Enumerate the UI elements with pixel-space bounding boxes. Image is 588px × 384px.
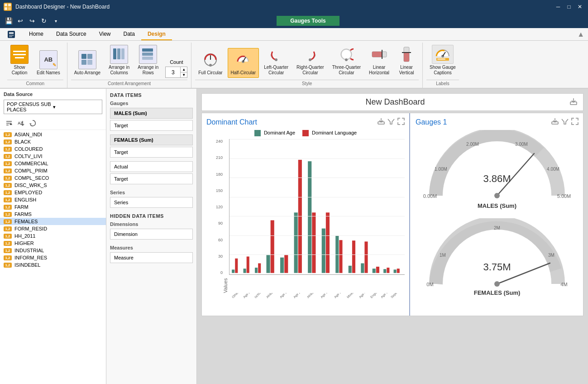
gauges-expand-icon[interactable] bbox=[571, 118, 578, 126]
undo-quick-btn[interactable]: ↩ bbox=[15, 16, 25, 26]
ribbon-collapse-btn[interactable]: ▲ bbox=[577, 28, 588, 40]
females-sum-item[interactable]: FEMALES (Sum) bbox=[110, 134, 193, 145]
gauge1-label: MALES (Sum) bbox=[478, 202, 516, 209]
data-source-dropdown[interactable]: POP CENSUS SUB PLACES ▾ bbox=[4, 100, 102, 114]
tab-view[interactable]: View bbox=[93, 28, 117, 40]
field-item[interactable]: 1,2COLOURED bbox=[0, 145, 106, 153]
left-quarter-btn[interactable]: Left-Quarter Circular bbox=[261, 43, 292, 78]
count-down-btn[interactable]: ▼ bbox=[181, 72, 187, 77]
maximize-btn[interactable]: □ bbox=[564, 2, 574, 11]
chart-export-icon[interactable] bbox=[378, 118, 385, 126]
sort-alpha-btn[interactable]: AZ bbox=[15, 118, 26, 129]
field-item[interactable]: 1,2EMPLOYED bbox=[0, 189, 106, 196]
more-quick-btn[interactable]: ▾ bbox=[51, 16, 61, 26]
show-caption-btn[interactable]: Show Caption bbox=[7, 43, 32, 78]
actual-target-item[interactable]: Target bbox=[110, 173, 193, 184]
dashboard-title: New DashBoard bbox=[365, 97, 425, 107]
right-quarter-label: Right-Quarter Circular bbox=[296, 65, 324, 76]
field-item[interactable]: 1,2COMMERCIAL bbox=[0, 160, 106, 167]
arrangement-items: Auto Arrange Arrange in Columns bbox=[71, 43, 188, 78]
field-item[interactable]: 1,2HIGHER bbox=[0, 240, 106, 247]
bars-svg bbox=[229, 139, 405, 274]
x-label: Mixed bbox=[346, 293, 354, 299]
sort-asc-btn[interactable] bbox=[4, 118, 14, 129]
males-sum-item[interactable]: MALES (Sum) bbox=[110, 108, 193, 119]
half-circular-btn[interactable]: Half-Circular bbox=[228, 48, 259, 78]
field-item[interactable]: 1,2COLTV_LIVI bbox=[0, 153, 106, 160]
field-badge: 1,2 bbox=[4, 248, 12, 253]
save-quick-btn[interactable]: 💾 bbox=[4, 16, 14, 26]
minimize-btn[interactable]: ─ bbox=[554, 2, 563, 11]
arrange-rows-btn[interactable]: Arrange in Rows bbox=[134, 43, 162, 78]
field-item[interactable]: 1,2COMPL_SECO bbox=[0, 174, 106, 182]
gauge2-mark2: 2M bbox=[494, 226, 500, 230]
dashboard-export-btn[interactable] bbox=[569, 97, 578, 107]
dashboard-title-bar: New DashBoard bbox=[201, 93, 583, 111]
gauges-panel: Gauges 1 bbox=[411, 113, 583, 316]
field-item[interactable]: 1,2FARM bbox=[0, 203, 106, 211]
gauge2-mark1: 1M bbox=[440, 253, 446, 258]
tab-data[interactable]: Data bbox=[117, 28, 141, 40]
field-item[interactable]: 1,2INFORM_RES bbox=[0, 254, 106, 261]
males-sum-label: MALES (Sum) bbox=[114, 110, 147, 116]
field-item[interactable]: 1,2ENGLISH bbox=[0, 196, 106, 203]
right-quarter-btn[interactable]: Right-Quarter Circular bbox=[293, 43, 327, 78]
tab-design[interactable]: Design bbox=[141, 28, 172, 40]
tab-home[interactable]: Home bbox=[23, 28, 50, 40]
measure-item[interactable]: Measure bbox=[110, 252, 193, 263]
chart-expand-icon[interactable] bbox=[397, 118, 405, 126]
bar bbox=[361, 264, 364, 273]
bar bbox=[247, 257, 249, 273]
linear-vertical-btn[interactable]: Linear Vertical bbox=[394, 43, 419, 78]
field-name: ISINDEBEL bbox=[14, 262, 40, 268]
field-badge: 1,2 bbox=[4, 255, 12, 260]
close-btn[interactable]: ✕ bbox=[575, 2, 584, 11]
field-item[interactable]: 1,2ASIAN_INDI bbox=[0, 131, 106, 138]
data-items-panel: DATA ITEMS Gauges MALES (Sum) Target ⚙ F… bbox=[106, 89, 197, 384]
three-quarter-btn[interactable]: Three-Quarter Circular bbox=[329, 43, 364, 78]
bar bbox=[258, 264, 261, 273]
gauge1-mark2: 2.00M bbox=[466, 142, 479, 147]
file-btn[interactable] bbox=[0, 28, 23, 40]
field-item[interactable]: 1,2INDUSTRIAL bbox=[0, 247, 106, 254]
x-label: Age 30-34 bbox=[320, 293, 333, 299]
chart-filter-icon[interactable] bbox=[387, 118, 395, 126]
females-sum-label: FEMALES (Sum) bbox=[114, 137, 153, 143]
field-item[interactable]: 1,2FEMALES bbox=[0, 218, 106, 225]
show-gauge-captions-btn[interactable]: Show Gauge Captions bbox=[426, 43, 459, 78]
gauge1-container: 3.86M 0.00M 5.00M 1.00M 2.00M 3.00M 4.00… bbox=[416, 130, 578, 209]
field-badge: 1,2 bbox=[4, 241, 12, 246]
x-label: Age 0-4 bbox=[243, 293, 253, 299]
full-circular-btn[interactable]: Full Circular bbox=[195, 48, 225, 78]
gauges-filter-icon[interactable] bbox=[561, 118, 569, 126]
count-input[interactable] bbox=[166, 69, 180, 76]
field-item[interactable]: 1,2COMPL_PRIM bbox=[0, 167, 106, 174]
refresh-quick-btn[interactable]: ↻ bbox=[39, 16, 49, 26]
auto-arrange-btn[interactable]: Auto Arrange bbox=[71, 48, 104, 78]
gauge1-min: 0.00M bbox=[423, 193, 437, 199]
field-item[interactable]: 1,2DISC_WRK_S bbox=[0, 182, 106, 189]
arrange-rows-icon bbox=[139, 45, 157, 64]
males-target-item[interactable]: Target bbox=[110, 120, 193, 131]
linear-horizontal-btn[interactable]: Linear Horizontal bbox=[366, 43, 392, 78]
count-up-btn[interactable]: ▲ bbox=[181, 67, 187, 72]
svg-point-52 bbox=[494, 193, 500, 198]
dimension-item[interactable]: Dimension bbox=[110, 229, 193, 240]
actual-item[interactable]: Actual bbox=[110, 161, 193, 172]
arrange-columns-btn[interactable]: Arrange in Columns bbox=[105, 43, 133, 78]
tab-datasource[interactable]: Data Source bbox=[50, 28, 93, 40]
field-item[interactable]: 1,2HH_2011 bbox=[0, 232, 106, 240]
females-target-item[interactable]: Target bbox=[110, 147, 193, 158]
field-item[interactable]: 1,2FARMS bbox=[0, 211, 106, 218]
refresh-btn[interactable] bbox=[27, 118, 38, 129]
field-item[interactable]: 1,2FORM_RESID bbox=[0, 225, 106, 232]
redo-quick-btn[interactable]: ↪ bbox=[27, 16, 37, 26]
edit-names-btn[interactable]: AB ✎ Edit Names bbox=[33, 48, 63, 78]
ribbon-content: Show Caption AB ✎ Edit Names Common bbox=[0, 41, 588, 89]
field-item[interactable]: 1,2ISINDEBEL bbox=[0, 261, 106, 269]
sidebar-header: Data Source bbox=[0, 89, 106, 100]
series-item[interactable]: Series bbox=[110, 197, 193, 208]
gauges-export-icon[interactable] bbox=[551, 118, 559, 126]
field-item[interactable]: 1,2BLACK bbox=[0, 138, 106, 145]
auto-arrange-icon bbox=[78, 50, 96, 69]
